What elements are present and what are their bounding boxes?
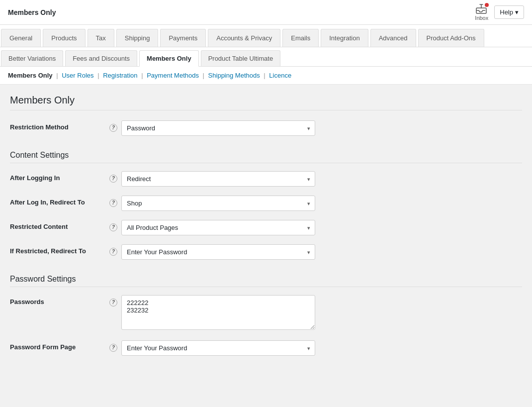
passwords-help-icon[interactable]: ? xyxy=(109,299,117,306)
tab-payments[interactable]: Payments xyxy=(160,29,206,47)
password-form-page-help-icon[interactable]: ? xyxy=(109,344,117,352)
tab-products[interactable]: Products xyxy=(43,29,85,47)
subtab-fees-and-discounts[interactable]: Fees and Discounts xyxy=(65,50,137,66)
breadcrumb-licence[interactable]: Licence xyxy=(269,72,291,79)
after-log-in-redirect-help-icon[interactable]: ? xyxy=(109,199,117,207)
inbox-button[interactable]: Inbox xyxy=(475,4,488,21)
inbox-notification-dot xyxy=(485,3,489,7)
restricted-content-label: Restricted Content xyxy=(10,220,109,230)
restriction-method-row: Restriction Method ? Password User Role … xyxy=(10,120,522,136)
help-button[interactable]: Help ▾ xyxy=(494,5,524,19)
if-restricted-redirect-label: If Restricted, Redirect To xyxy=(10,244,109,255)
tab-tax[interactable]: Tax xyxy=(88,29,114,47)
subtab-better-variations[interactable]: Better Variations xyxy=(1,50,63,66)
breadcrumb-user-roles[interactable]: User Roles xyxy=(62,72,93,79)
breadcrumb-shipping-methods[interactable]: Shipping Methods xyxy=(208,72,260,79)
main-tabs: General Products Tax Shipping Payments A… xyxy=(0,25,532,47)
passwords-label: Passwords xyxy=(10,295,109,305)
tab-advanced[interactable]: Advanced xyxy=(370,29,416,47)
after-logging-in-row: After Logging In ? Redirect Stay on Page… xyxy=(10,171,522,187)
after-logging-in-select[interactable]: Redirect Stay on Page Go to Shop xyxy=(121,171,315,187)
after-logging-in-select-wrap: Redirect Stay on Page Go to Shop ▾ xyxy=(121,171,315,187)
restriction-method-control: Password User Role Both ▾ xyxy=(121,120,522,136)
content-area: Members Only Restriction Method ? Passwo… xyxy=(0,85,532,407)
subtab-product-table-ultimate[interactable]: Product Table Ultimate xyxy=(201,50,281,66)
content-settings-section: Content Settings After Logging In ? Redi… xyxy=(10,151,522,260)
top-bar-right: Inbox Help ▾ xyxy=(475,4,524,21)
breadcrumb-payment-methods[interactable]: Payment Methods xyxy=(147,72,199,79)
tab-integration[interactable]: Integration xyxy=(321,29,368,47)
app-title: Members Only xyxy=(8,8,56,16)
breadcrumb-registration[interactable]: Registration xyxy=(103,72,137,79)
if-restricted-redirect-row: If Restricted, Redirect To ? Enter Your … xyxy=(10,244,522,260)
top-bar: Members Only Inbox Help ▾ xyxy=(0,0,532,25)
if-restricted-redirect-help-icon[interactable]: ? xyxy=(109,248,117,256)
password-form-page-select-wrap: Enter Your Password Custom Page Login Pa… xyxy=(121,340,315,356)
after-logging-in-label: After Logging In xyxy=(10,171,109,182)
after-log-in-redirect-label: After Log In, Redirect To xyxy=(10,196,109,206)
after-logging-in-help-icon[interactable]: ? xyxy=(109,175,117,183)
restricted-content-row: Restricted Content ? All Product Pages S… xyxy=(10,220,522,235)
password-form-page-row: Password Form Page ? Enter Your Password… xyxy=(10,340,522,356)
content-settings-title: Content Settings xyxy=(10,151,522,163)
tab-accounts-privacy[interactable]: Accounts & Privacy xyxy=(208,29,280,47)
after-log-in-redirect-row: After Log In, Redirect To ? Shop Home My… xyxy=(10,196,522,211)
breadcrumb: Members Only | User Roles | Registration… xyxy=(0,67,532,85)
restricted-content-select-wrap: All Product Pages Specific Products Prod… xyxy=(121,220,315,235)
if-restricted-redirect-select[interactable]: Enter Your Password Login Page Custom Pa… xyxy=(121,244,315,260)
if-restricted-redirect-select-wrap: Enter Your Password Login Page Custom Pa… xyxy=(121,244,315,260)
passwords-textarea[interactable]: 222222 232232 xyxy=(121,295,315,330)
restriction-method-help: ? xyxy=(109,120,121,132)
restricted-content-select[interactable]: All Product Pages Specific Products Prod… xyxy=(121,220,315,235)
subtab-members-only[interactable]: Members Only xyxy=(139,50,199,67)
restriction-method-select-wrap: Password User Role Both ▾ xyxy=(121,120,315,136)
passwords-row: Passwords ? 222222 232232 xyxy=(10,295,522,331)
restriction-method-help-icon[interactable]: ? xyxy=(109,124,117,132)
inbox-icon xyxy=(476,4,488,15)
tab-product-add-ons[interactable]: Product Add-Ons xyxy=(418,29,484,47)
restriction-section: Restriction Method ? Password User Role … xyxy=(10,120,522,136)
password-settings-section: Password Settings Passwords ? 222222 232… xyxy=(10,275,522,356)
password-form-page-select[interactable]: Enter Your Password Custom Page Login Pa… xyxy=(121,340,315,356)
sub-tabs: Better Variations Fees and Discounts Mem… xyxy=(0,47,532,67)
after-log-in-redirect-select-wrap: Shop Home My Account Custom URL ▾ xyxy=(121,196,315,211)
restriction-method-label: Restriction Method xyxy=(10,120,109,131)
tab-shipping[interactable]: Shipping xyxy=(116,29,159,47)
password-form-page-label: Password Form Page xyxy=(10,340,109,351)
restricted-content-help-icon[interactable]: ? xyxy=(109,223,117,231)
tab-general[interactable]: General xyxy=(1,29,41,47)
breadcrumb-members-only[interactable]: Members Only xyxy=(8,72,53,79)
tab-emails[interactable]: Emails xyxy=(282,29,319,47)
inbox-label: Inbox xyxy=(475,15,488,21)
page-section-title: Members Only xyxy=(10,95,522,110)
after-log-in-redirect-select[interactable]: Shop Home My Account Custom URL xyxy=(121,196,315,211)
chevron-down-icon: ▾ xyxy=(515,8,519,16)
password-settings-title: Password Settings xyxy=(10,275,522,287)
restriction-method-select[interactable]: Password User Role Both xyxy=(121,120,315,136)
help-label: Help xyxy=(500,8,513,16)
